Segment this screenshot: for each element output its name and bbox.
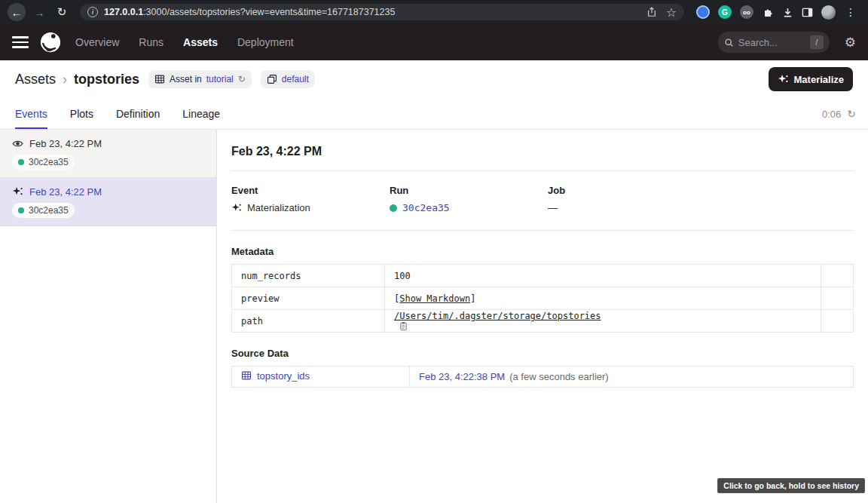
site-info-icon[interactable]: i: [87, 7, 98, 17]
source-data-table: topstory_ids Feb 23, 4:22:38 PM(a few se…: [231, 366, 854, 388]
url-path: :3000/assets/topstories?view=events&time…: [143, 7, 395, 17]
copy-clipboard-icon[interactable]: [399, 321, 408, 331]
asset-group-tag[interactable]: Asset in tutorial ↻: [148, 70, 252, 88]
settings-gear-icon[interactable]: ⚙: [845, 35, 856, 50]
metadata-section-title: Metadata: [231, 246, 854, 257]
browser-forward-button[interactable]: →: [30, 3, 48, 21]
browser-back-button[interactable]: ←: [8, 3, 26, 21]
event-info-grid: Event Materialization Run 30c2ea35 Job: [231, 171, 854, 230]
side-panel-icon[interactable]: [802, 7, 813, 18]
browser-profile-avatar[interactable]: [821, 5, 836, 20]
run-status-dot: [18, 159, 24, 165]
asset-header: Assets › topstories Asset in tutorial ↻ …: [0, 60, 868, 98]
run-status-dot: [18, 207, 24, 213]
materialization-sparkle-icon: [12, 186, 23, 198]
search-input[interactable]: Search... /: [718, 32, 830, 53]
extension-grammarly-icon[interactable]: G: [718, 5, 732, 19]
metadata-table: num_records 100 preview [Show Markdown] …: [231, 264, 854, 333]
path-link[interactable]: /Users/tim/.dagster/storage/topstories: [394, 311, 601, 321]
reload-definitions-icon[interactable]: ↻: [238, 74, 246, 84]
browser-menu-icon[interactable]: ⋮: [844, 6, 857, 18]
event-list-item-materialization[interactable]: Feb 23, 4:22 PM 30c2ea35: [0, 178, 216, 226]
tab-lineage[interactable]: Lineage: [182, 108, 220, 129]
asset-tag-link[interactable]: tutorial: [206, 74, 234, 84]
refresh-icon[interactable]: ↻: [847, 108, 856, 120]
hamburger-menu-icon[interactable]: [12, 36, 29, 48]
browser-back-tooltip: Click to go back, hold to see history: [717, 478, 865, 493]
dagster-logo-icon[interactable]: [39, 31, 62, 54]
metadata-value: [Show Markdown]: [385, 287, 821, 310]
job-value: —: [548, 202, 558, 213]
extension-goggles-icon[interactable]: oo: [740, 5, 753, 19]
event-time: Feb 23, 4:22 PM: [29, 186, 102, 198]
tab-plots[interactable]: Plots: [70, 108, 93, 129]
show-markdown-link[interactable]: Show Markdown: [399, 293, 470, 304]
source-data-section-title: Source Data: [231, 348, 854, 359]
extensions-row: G oo ⋮: [693, 5, 860, 20]
downloads-icon[interactable]: [782, 7, 793, 18]
event-detail-pane: Feb 23, 4:22 PM Event Materialization Ru…: [217, 130, 868, 503]
primary-nav: Overview Runs Assets Deployment: [75, 36, 294, 48]
table-grid-icon: [154, 74, 165, 84]
materialization-sparkle-icon: [778, 74, 789, 85]
materialize-button[interactable]: Materialize: [769, 67, 853, 91]
nav-item-runs[interactable]: Runs: [139, 36, 164, 48]
event-label: Event: [231, 185, 390, 196]
bracket: ]: [470, 293, 475, 304]
run-id-pill[interactable]: 30c2ea35: [12, 155, 75, 170]
asset-tabs: Events Plots Definition Lineage 0:06 ↻: [0, 98, 868, 130]
source-time-link[interactable]: Feb 23, 4:22:38 PM: [419, 371, 505, 382]
extensions-puzzle-icon[interactable]: [762, 6, 774, 18]
metadata-actions-cell: [821, 287, 854, 310]
tab-events[interactable]: Events: [15, 108, 47, 129]
repo-tag-label: default: [282, 74, 309, 84]
metadata-value: /Users/tim/.dagster/storage/topstories: [385, 310, 821, 333]
address-bar[interactable]: i 127.0.0.1:3000/assets/topstories?view=…: [80, 4, 684, 20]
source-data-row: topstory_ids Feb 23, 4:22:38 PM(a few se…: [232, 367, 854, 388]
share-icon[interactable]: [646, 7, 657, 17]
source-time-note: (a few seconds earlier): [509, 371, 609, 382]
bookmark-star-icon[interactable]: ☆: [666, 5, 677, 20]
asset-tag-prefix: Asset in: [170, 74, 202, 84]
nav-item-deployment[interactable]: Deployment: [237, 36, 294, 48]
metadata-key: path: [232, 310, 385, 333]
observation-eye-icon: [12, 138, 23, 149]
search-placeholder: Search...: [738, 37, 778, 48]
breadcrumb-assets[interactable]: Assets: [15, 72, 56, 87]
event-time: Feb 23, 4:22 PM: [29, 138, 102, 149]
refresh-countdown: 0:06: [822, 109, 841, 120]
search-shortcut-badge: /: [810, 35, 824, 49]
content-area: Feb 23, 4:22 PM 30c2ea35 Feb 23, 4:22 PM…: [0, 130, 868, 503]
run-status-dot: [390, 204, 397, 212]
source-asset-name: topstory_ids: [257, 370, 310, 382]
materialize-label: Materialize: [794, 74, 844, 85]
browser-chrome: ← → ↻ i 127.0.0.1:3000/assets/topstories…: [0, 0, 868, 24]
nav-item-assets[interactable]: Assets: [183, 36, 218, 48]
event-list-item-observation[interactable]: Feb 23, 4:22 PM 30c2ea35: [0, 130, 216, 178]
metadata-row-preview: preview [Show Markdown]: [232, 287, 854, 310]
browser-reload-button[interactable]: ↻: [53, 3, 71, 21]
metadata-actions-cell: [821, 310, 854, 333]
materialization-sparkle-icon: [231, 203, 242, 213]
repo-tag[interactable]: default: [261, 70, 315, 88]
metadata-key: num_records: [232, 265, 385, 287]
url-text: 127.0.0.1:3000/assets/topstories?view=ev…: [104, 7, 395, 17]
run-id-pill[interactable]: 30c2ea35: [12, 203, 75, 218]
metadata-value: 100: [385, 265, 821, 287]
event-list-sidebar: Feb 23, 4:22 PM 30c2ea35 Feb 23, 4:22 PM…: [0, 130, 217, 503]
job-label: Job: [548, 185, 706, 196]
tab-definition[interactable]: Definition: [116, 108, 160, 129]
metadata-key: preview: [232, 287, 385, 310]
layers-icon: [267, 74, 277, 84]
url-host: 127.0.0.1: [104, 7, 143, 17]
source-asset-link[interactable]: topstory_ids: [241, 370, 310, 382]
event-detail-title: Feb 23, 4:22 PM: [231, 143, 854, 170]
table-grid-icon: [241, 370, 252, 381]
nav-item-overview[interactable]: Overview: [75, 36, 119, 48]
run-id-link[interactable]: 30c2ea35: [402, 202, 450, 213]
metadata-actions-cell: [821, 265, 854, 287]
extension-clock-icon[interactable]: [696, 5, 710, 19]
breadcrumb-chevron-icon: ›: [63, 72, 67, 87]
search-icon: [724, 38, 734, 48]
metadata-row-path: path /Users/tim/.dagster/storage/topstor…: [232, 310, 854, 333]
